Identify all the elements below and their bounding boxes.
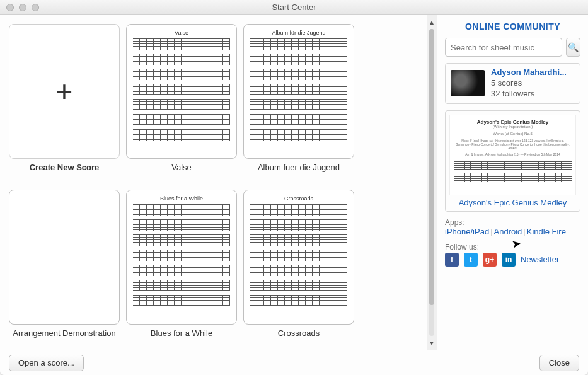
scroll-track[interactable] bbox=[429, 29, 434, 336]
featured-meta: Note: If (and I hope so) this music get … bbox=[454, 139, 572, 150]
sheet-title: Album für die Jugend bbox=[250, 30, 347, 36]
new-score-thumb[interactable]: + bbox=[9, 24, 120, 159]
avatar bbox=[451, 70, 485, 96]
grid-item-label: Crossroads bbox=[278, 328, 320, 338]
sheet-title: Blues for a While bbox=[133, 195, 230, 202]
app-link-kindle[interactable]: Kindle Fire bbox=[527, 227, 566, 236]
sheet-title: Crossroads bbox=[250, 195, 347, 202]
sheet-title: Valse bbox=[133, 30, 230, 36]
user-name: Adyson Mahardhi... bbox=[491, 67, 567, 78]
window-title: Start Center bbox=[0, 3, 588, 12]
score-grid-area: + Create New Score Valse Valse bbox=[0, 15, 427, 350]
twitter-icon[interactable]: t bbox=[464, 253, 478, 267]
scroll-down-icon[interactable]: ▾ bbox=[430, 338, 434, 347]
user-card[interactable]: Adyson Mahardhi... 5 scores 32 followers bbox=[445, 63, 580, 104]
score-thumb[interactable]: Blues for a While bbox=[126, 190, 237, 325]
search-input[interactable] bbox=[445, 38, 562, 57]
grid-item-label: Blues for a While bbox=[151, 328, 212, 338]
apps-label: Apps: bbox=[445, 218, 580, 227]
grid-item-label: Valse bbox=[171, 163, 192, 172]
grid-item-score[interactable]: Album für die Jugend Album fuer die Juge… bbox=[243, 24, 354, 172]
featured-score-card[interactable]: Adyson's Epic Genius Medley (With my Imp… bbox=[445, 110, 580, 212]
score-thumb[interactable]: Valse bbox=[126, 24, 237, 159]
search-icon: 🔍 bbox=[568, 42, 579, 52]
newsletter-link[interactable]: Newsletter bbox=[521, 255, 559, 264]
grid-item-score[interactable]: Valse Valse bbox=[126, 24, 237, 172]
grid-item-label: Album fuer die Jugend bbox=[258, 163, 340, 172]
plus-icon: + bbox=[56, 74, 73, 108]
app-link-iphone[interactable]: iPhone/iPad bbox=[445, 227, 489, 236]
linkedin-icon[interactable]: in bbox=[502, 253, 516, 267]
footer: Open a score... Close bbox=[0, 350, 588, 375]
open-score-button[interactable]: Open a score... bbox=[9, 355, 84, 371]
user-score-count: 5 scores bbox=[491, 78, 567, 89]
search-button[interactable]: 🔍 bbox=[566, 38, 580, 57]
featured-subtitle: (With my Improvitation!) bbox=[454, 125, 572, 129]
score-grid: + Create New Score Valse Valse bbox=[9, 24, 424, 338]
community-heading: ONLINE COMMUNITY bbox=[445, 21, 580, 32]
score-thumb[interactable]: Album für die Jugend bbox=[243, 24, 354, 159]
featured-meta: Works (of Genius) No.5 bbox=[454, 132, 572, 136]
app-link-android[interactable]: Android bbox=[494, 227, 522, 236]
featured-title: Adyson's Epic Genius Medley bbox=[454, 119, 572, 125]
titlebar: Start Center bbox=[0, 0, 588, 15]
grid-item-new-score[interactable]: + Create New Score bbox=[9, 24, 120, 172]
grid-item-label: Arrangement Demonstration bbox=[13, 328, 115, 338]
scrollbar[interactable]: ▴ ▾ bbox=[427, 15, 437, 350]
scroll-thumb[interactable] bbox=[429, 29, 434, 305]
sidebar: ONLINE COMMUNITY 🔍 Adyson Mahardhi... 5 … bbox=[437, 15, 588, 350]
scroll-up-icon[interactable]: ▴ bbox=[430, 18, 434, 26]
start-center-window: Start Center + Create New Score Valse bbox=[0, 0, 588, 375]
score-thumb[interactable] bbox=[9, 190, 120, 325]
score-thumb[interactable]: Crossroads bbox=[243, 190, 354, 325]
follow-label: Follow us: bbox=[445, 243, 580, 251]
featured-score-link[interactable]: Adyson's Epic Genius Medley bbox=[449, 198, 576, 207]
user-follower-count: 32 followers bbox=[491, 89, 567, 100]
grid-item-score[interactable]: Arrangement Demonstration bbox=[9, 190, 120, 338]
close-button[interactable]: Close bbox=[539, 355, 579, 371]
featured-score-thumb: Adyson's Epic Genius Medley (With my Imp… bbox=[449, 115, 576, 195]
facebook-icon[interactable]: f bbox=[445, 253, 459, 267]
grid-item-score[interactable]: Crossroads Crossroads bbox=[243, 190, 354, 338]
googleplus-icon[interactable]: g+ bbox=[483, 253, 497, 267]
grid-item-label: Create New Score bbox=[30, 163, 100, 172]
featured-meta: Arr. & Improv: Adyson Mahardhika (16) — … bbox=[454, 153, 572, 156]
grid-item-score[interactable]: Blues for a While Blues for a While bbox=[126, 190, 237, 338]
